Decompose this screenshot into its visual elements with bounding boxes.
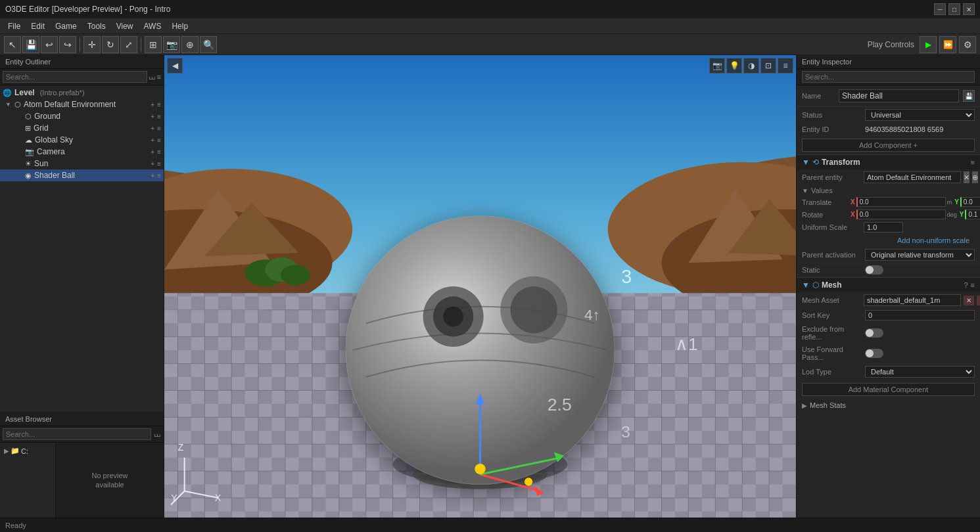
titlebar: O3DE Editor [Developer Preview] - Pong -…	[0, 0, 980, 18]
close-button[interactable]: ✕	[963, 3, 975, 15]
mesh-section: ▼ ⬡ Mesh ? ≡ Mesh Asset ✕ ⊕ Sort Key	[797, 277, 980, 412]
vp-settings-button[interactable]: ≡	[778, 58, 793, 74]
select-tool-button[interactable]: ↖	[4, 36, 21, 53]
parent-activation-select[interactable]: Original relative transform Independent	[865, 249, 975, 261]
transform-section: ▼ ⟲ Transform ≡ Parent entity ✕ ⊕ ▼ Valu…	[797, 154, 980, 277]
exclude-from-refl-toggle[interactable]	[865, 328, 883, 338]
vp-camera-settings-button[interactable]: 📷	[709, 58, 725, 74]
rotate-x-input[interactable]	[856, 210, 946, 219]
use-forward-pass-row: Use Forward Pass...	[797, 344, 980, 364]
vp-display-mode-button[interactable]: ◑	[743, 58, 759, 74]
transform-menu-button[interactable]: ≡	[971, 158, 975, 166]
lod-type-select[interactable]: Default	[865, 366, 975, 378]
transform-header[interactable]: ▼ ⟲ Transform ≡	[797, 155, 980, 169]
tree-item-grid[interactable]: ▶ ⊞ Grid + ≡	[0, 122, 164, 134]
tree-item-ground[interactable]: ▶ ⬡ Ground + ≡	[0, 110, 164, 122]
mesh-menu-button[interactable]: ≡	[971, 281, 975, 289]
entity-save-button[interactable]: 💾	[963, 90, 975, 102]
sun-menu-action[interactable]: ≡	[157, 160, 161, 167]
translate-y-input[interactable]	[960, 197, 980, 207]
rotate-y-input[interactable]	[965, 210, 980, 219]
mesh-asset-clear-button[interactable]: ✕	[964, 296, 974, 305]
svg-text:3: 3	[621, 266, 632, 287]
entity-inspector-search	[797, 69, 980, 85]
tree-item-atom-default[interactable]: ▼ ⬡ Atom Default Environment + ≡	[0, 99, 164, 110]
tree-item-global-sky[interactable]: ▶ ☁ Global Sky + ≡	[0, 134, 164, 146]
use-forward-pass-toggle[interactable]	[865, 349, 883, 358]
viewport[interactable]: ◀ 📷 💡 ◑ ⊡ ≡	[164, 55, 796, 518]
shader-ball-menu-action[interactable]: ≡	[157, 172, 161, 179]
play-button[interactable]: ▶	[920, 36, 937, 53]
menu-file[interactable]: File	[3, 20, 26, 32]
settings-button[interactable]: ⚙	[959, 36, 976, 53]
entity-name-input[interactable]	[839, 89, 959, 102]
rotate-x-unit: deg	[947, 211, 957, 218]
atom-default-add-action[interactable]: +	[151, 101, 154, 108]
mesh-asset-pick-button[interactable]: ⊕	[977, 296, 980, 305]
maximize-button[interactable]: □	[948, 3, 960, 15]
mesh-header[interactable]: ▼ ⬡ Mesh ? ≡	[797, 278, 980, 292]
viewport-back-button[interactable]: ◀	[167, 58, 183, 74]
svg-text:∧1: ∧1	[675, 334, 698, 354]
vp-render-mode-button[interactable]: ⊡	[760, 58, 776, 74]
snap-button[interactable]: ⊞	[145, 36, 162, 53]
magnify-button[interactable]: 🔍	[200, 36, 217, 53]
scene-viewport: 3 4↑ 2.5 3 ∧1 Z X Y	[164, 55, 796, 518]
mesh-asset-input[interactable]	[864, 294, 961, 306]
parent-entity-row: Parent entity ✕ ⊕	[797, 169, 980, 185]
move-tool-button[interactable]: ✛	[83, 36, 101, 53]
sort-key-input[interactable]	[865, 310, 975, 321]
add-nonuniform-button[interactable]: Add non-uniform scale	[802, 235, 975, 246]
svg-point-27	[443, 307, 463, 327]
shader-ball-add-action[interactable]: +	[151, 172, 154, 179]
atom-default-menu-action[interactable]: ≡	[157, 101, 161, 108]
menu-tools[interactable]: Tools	[82, 20, 111, 32]
global-sky-add-action[interactable]: +	[151, 137, 154, 144]
vp-lighting-button[interactable]: 💡	[726, 58, 742, 74]
status-select[interactable]: Universal Active Inactive	[865, 109, 975, 121]
camera-add-action[interactable]: +	[151, 148, 154, 156]
parent-entity-pick-button[interactable]: ⊕	[972, 171, 978, 183]
save-button[interactable]: 💾	[22, 36, 39, 53]
ground-add-action[interactable]: +	[151, 113, 154, 120]
sun-add-action[interactable]: +	[151, 160, 154, 167]
tree-item-camera[interactable]: ▶ 📷 Camera + ≡	[0, 146, 164, 158]
ground-menu-action[interactable]: ≡	[157, 113, 161, 120]
camera-menu-action[interactable]: ≡	[157, 148, 161, 156]
mesh-stats-header[interactable]: ▶ Mesh Stats	[797, 399, 980, 412]
rotate-tool-button[interactable]: ↻	[102, 36, 119, 53]
translate-x-input[interactable]	[856, 197, 946, 207]
menu-help[interactable]: Help	[166, 20, 193, 32]
parent-entity-x-button[interactable]: ✕	[964, 171, 969, 183]
minimize-button[interactable]: ─	[934, 3, 946, 15]
add-material-button[interactable]: Add Material Component	[802, 383, 975, 396]
grid-add-action[interactable]: +	[151, 125, 154, 132]
asset-tree-item-c[interactable]: ▶ 📁 C:	[3, 445, 53, 456]
grid-button[interactable]: ⊕	[181, 36, 198, 53]
parent-entity-input[interactable]	[864, 171, 961, 183]
entity-outliner-search-input[interactable]	[3, 71, 147, 83]
undo-button[interactable]: ↩	[41, 36, 58, 53]
menu-game[interactable]: Game	[50, 20, 82, 32]
asset-browser-search-input[interactable]	[3, 428, 151, 440]
add-component-button[interactable]: Add Component +	[802, 139, 975, 152]
global-sky-menu-action[interactable]: ≡	[157, 137, 161, 144]
play-fast-button[interactable]: ⏩	[939, 36, 956, 53]
menu-edit[interactable]: Edit	[26, 20, 50, 32]
grid-menu-action[interactable]: ≡	[157, 125, 161, 132]
camera-icon: 📷	[25, 148, 34, 156]
camera-button[interactable]: 📷	[163, 36, 180, 53]
mesh-question-button[interactable]: ?	[964, 281, 968, 289]
name-label: Name	[802, 92, 835, 100]
menu-view[interactable]: View	[111, 20, 139, 32]
static-toggle[interactable]	[865, 265, 883, 275]
scale-tool-button[interactable]: ⤢	[120, 36, 137, 53]
entity-inspector-search-input[interactable]	[802, 71, 975, 83]
uniform-scale-input[interactable]	[864, 222, 903, 233]
tree-item-shader-ball[interactable]: ▶ ◉ Shader Ball + ≡	[0, 169, 164, 181]
svg-point-42	[525, 477, 532, 485]
tree-item-sun[interactable]: ▶ ☀ Sun + ≡	[0, 158, 164, 169]
redo-button[interactable]: ↪	[59, 36, 76, 53]
menu-aws[interactable]: AWS	[139, 20, 167, 32]
toolbar: ↖ 💾 ↩ ↪ ✛ ↻ ⤢ ⊞ 📷 ⊕ 🔍 Play Controls ▶ ⏩ …	[0, 34, 980, 55]
